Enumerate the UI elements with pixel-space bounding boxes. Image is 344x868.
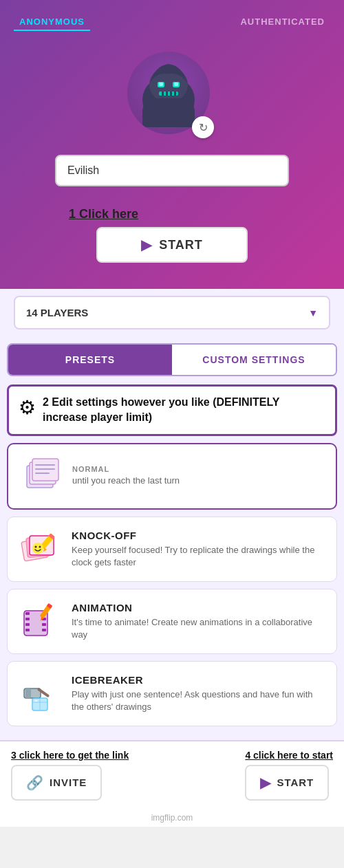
instruction-box: ⚙ 2 Edit settings however you like (DEFI… — [7, 384, 337, 436]
preset-icon-normal — [18, 454, 63, 499]
top-section: ANONYMOUS AUTHENTICATED — [0, 0, 344, 289]
svg-rect-43 — [34, 700, 38, 702]
gear-icon: ⚙ — [19, 396, 36, 419]
invite-annotation: 3 click here to get the link — [11, 750, 129, 761]
svg-rect-33 — [42, 629, 46, 631]
preset-info-icebreaker: ICEBREAKER Play with just one sentence! … — [72, 674, 327, 713]
instruction-text: 2 Edit settings however you like (DEFINI… — [43, 395, 325, 426]
watermark: imgflip.com — [0, 809, 344, 827]
svg-rect-4 — [159, 83, 163, 86]
play-icon-bottom: ▶ — [260, 774, 271, 791]
icebreaker-name: ICEBREAKER — [72, 674, 327, 686]
username-input[interactable] — [55, 155, 289, 186]
avatar-image — [134, 58, 203, 127]
svg-rect-8 — [166, 91, 168, 96]
invite-label: INVITE — [50, 777, 87, 788]
svg-rect-26 — [25, 612, 30, 615]
preset-card-animation[interactable]: ANIMATION It's time to animate! Create n… — [7, 589, 337, 654]
svg-rect-7 — [162, 91, 164, 96]
knockoff-desc: Keep yourself focused! Try to replicate … — [72, 544, 327, 569]
animation-desc: It's time to animate! Create new animati… — [72, 616, 327, 641]
knockoff-preset-svg — [19, 528, 61, 570]
start-label-bottom: START — [277, 777, 314, 788]
svg-rect-27 — [25, 618, 30, 620]
preset-tag: NORMAL — [72, 465, 326, 473]
chevron-down-icon: ▼ — [308, 307, 318, 318]
svg-rect-5 — [174, 83, 178, 86]
preset-info-normal: NORMAL until you reach the last turn — [72, 465, 326, 487]
start-annotation-1: 1 Click here — [69, 207, 138, 221]
normal-preset-svg — [20, 455, 61, 497]
preset-info-animation: ANIMATION It's time to animate! Create n… — [72, 602, 327, 641]
animation-preset-svg — [19, 600, 61, 642]
preset-card-normal[interactable]: NORMAL until you reach the last turn — [7, 443, 337, 510]
preset-card-icebreaker[interactable]: ICEBREAKER Play with just one sentence! … — [7, 661, 337, 726]
invite-button[interactable]: 🔗 INVITE — [11, 765, 102, 801]
preset-icon-animation — [17, 599, 62, 644]
auth-tabs: ANONYMOUS AUTHENTICATED — [14, 14, 330, 31]
avatar-refresh-button[interactable]: ↻ — [192, 116, 214, 138]
tab-custom-settings[interactable]: CUSTOM SETTINGS — [172, 345, 336, 375]
bottom-start-button[interactable]: ▶ START — [245, 765, 329, 801]
anonymous-tab[interactable]: ANONYMOUS — [14, 14, 90, 31]
svg-rect-32 — [42, 623, 46, 626]
preset-desc-normal: until you reach the last turn — [72, 475, 326, 487]
start-label: START — [159, 238, 203, 252]
knockoff-name: KNOCK-OFF — [72, 530, 327, 541]
play-icon: ▶ — [141, 237, 152, 253]
tab-presets[interactable]: PRESETS — [8, 345, 172, 375]
svg-rect-9 — [170, 91, 172, 96]
svg-rect-38 — [25, 688, 31, 698]
svg-point-23 — [32, 543, 43, 554]
start-annotation-4: 4 click here to start — [245, 750, 333, 761]
players-bar[interactable]: 14 PLAYERS ▼ — [14, 296, 330, 329]
preset-card-knockoff[interactable]: KNOCK-OFF Keep yourself focused! Try to … — [7, 517, 337, 582]
bottom-bar: 3 click here to get the link 🔗 INVITE 4 … — [0, 740, 344, 809]
preset-icon-knockoff — [17, 527, 62, 572]
middle-section: PRESETS CUSTOM SETTINGS ⚙ 2 Edit setting… — [0, 336, 344, 740]
svg-point-24 — [34, 546, 36, 548]
svg-rect-29 — [25, 629, 30, 631]
top-start-button[interactable]: ▶ START — [96, 227, 248, 263]
preset-info-knockoff: KNOCK-OFF Keep yourself focused! Try to … — [72, 530, 327, 569]
animation-name: ANIMATION — [72, 602, 327, 614]
tabs-row: PRESETS CUSTOM SETTINGS — [7, 343, 337, 376]
authenticated-tab[interactable]: AUTHENTICATED — [235, 14, 330, 31]
link-icon: 🔗 — [26, 774, 44, 791]
icebreaker-preset-svg — [19, 672, 61, 715]
players-count: 14 PLAYERS — [26, 307, 88, 318]
icebreaker-desc: Play with just one sentence! Ask questio… — [72, 688, 327, 713]
svg-rect-10 — [174, 91, 176, 96]
svg-rect-28 — [25, 623, 30, 626]
svg-point-25 — [39, 546, 41, 548]
preset-icon-icebreaker — [17, 671, 62, 716]
avatar-container: ↻ — [127, 52, 217, 141]
